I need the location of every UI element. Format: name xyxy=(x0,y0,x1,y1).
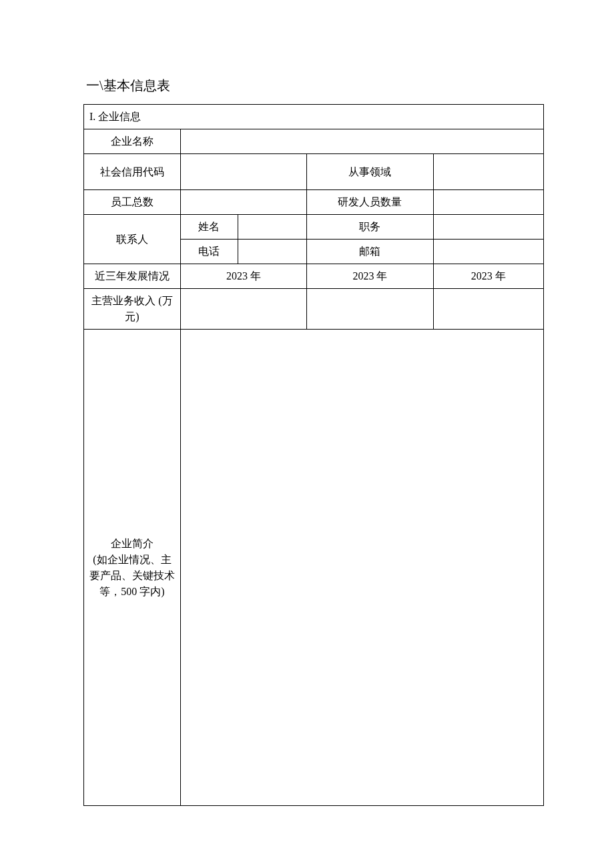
revenue-row: 主营业务收入 (万元) xyxy=(84,289,544,330)
contact-phone-label: 电话 xyxy=(180,240,238,264)
three-year-row: 近三年发展情况 2023 年 2023 年 2023 年 xyxy=(84,264,544,289)
section-header-cell: I. 企业信息 xyxy=(84,105,544,129)
year1-label: 2023 年 xyxy=(180,264,306,289)
intro-row: 企业简介 (如企业情况、主要产品、关键技术等，500 字内) xyxy=(84,330,544,806)
company-name-value[interactable] xyxy=(180,129,543,154)
credit-field-row: 社会信用代码 从事领域 xyxy=(84,154,544,190)
company-name-label: 企业名称 xyxy=(84,129,181,154)
contact-email-label: 邮箱 xyxy=(307,240,433,264)
contact-name-value[interactable] xyxy=(238,215,306,240)
contact-position-value[interactable] xyxy=(433,215,543,240)
revenue-y2[interactable] xyxy=(307,289,433,330)
rd-count-label: 研发人员数量 xyxy=(307,190,433,215)
basic-info-table: I. 企业信息 企业名称 社会信用代码 从事领域 员工总数 研发人员数量 联系人… xyxy=(83,104,544,806)
contact-row-1: 联系人 姓名 职务 xyxy=(84,215,544,240)
intro-value[interactable] xyxy=(180,330,543,806)
employee-count-label: 员工总数 xyxy=(84,190,181,215)
three-year-label: 近三年发展情况 xyxy=(84,264,181,289)
revenue-label: 主营业务收入 (万元) xyxy=(84,289,181,330)
company-name-row: 企业名称 xyxy=(84,129,544,154)
credit-code-label: 社会信用代码 xyxy=(84,154,181,190)
employee-row: 员工总数 研发人员数量 xyxy=(84,190,544,215)
credit-code-value[interactable] xyxy=(180,154,306,190)
employee-count-value[interactable] xyxy=(180,190,306,215)
rd-count-value[interactable] xyxy=(433,190,543,215)
contact-position-label: 职务 xyxy=(307,215,433,240)
field-value[interactable] xyxy=(433,154,543,190)
intro-label: 企业简介 (如企业情况、主要产品、关键技术等，500 字内) xyxy=(84,330,181,806)
year3-label: 2023 年 xyxy=(433,264,543,289)
year2-label: 2023 年 xyxy=(307,264,433,289)
revenue-y3[interactable] xyxy=(433,289,543,330)
contact-email-value[interactable] xyxy=(433,240,543,264)
revenue-y1[interactable] xyxy=(180,289,306,330)
field-label: 从事领域 xyxy=(307,154,433,190)
page-title: 一\基本信息表 xyxy=(83,77,544,95)
contact-phone-value[interactable] xyxy=(238,240,306,264)
section-header-row: I. 企业信息 xyxy=(84,105,544,129)
contact-name-label: 姓名 xyxy=(180,215,238,240)
contact-label: 联系人 xyxy=(84,215,181,264)
